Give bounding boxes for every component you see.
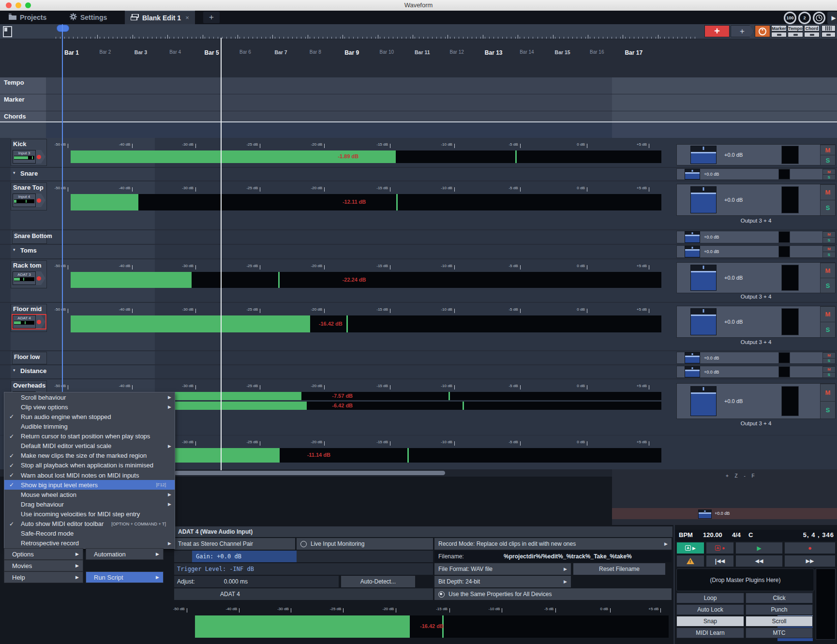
loop-button[interactable]: Loop <box>676 593 744 603</box>
time-signature[interactable]: 4/4 <box>732 531 741 539</box>
zoom-controls[interactable]: + Z - F <box>726 473 757 479</box>
global-track-header-chords[interactable]: Chords <box>0 111 46 122</box>
time-adjust-field[interactable]: Adjust: 0.000 ms <box>174 576 339 587</box>
mute-button[interactable]: M <box>822 352 835 358</box>
solo-button[interactable]: S <box>820 322 835 337</box>
auto-record-button[interactable]: A ● <box>706 542 734 554</box>
close-icon[interactable]: × <box>185 14 189 21</box>
reset-filename-button[interactable]: Reset Filename <box>573 563 665 575</box>
mute-button[interactable]: M <box>820 306 835 322</box>
volume-fader[interactable] <box>685 366 700 377</box>
midi-activity-knob[interactable]: 2 <box>798 12 811 24</box>
meter-bars-icon[interactable] <box>822 25 836 31</box>
solo-button[interactable]: S <box>822 237 835 243</box>
menu-item-audible-trimming[interactable]: Audible trimming <box>4 421 175 431</box>
mute-button[interactable]: M <box>820 145 835 155</box>
menu-item-safe-record-mode[interactable]: Safe-Record mode <box>4 529 175 539</box>
pan-strip[interactable] <box>691 387 716 392</box>
tab-blank-edit-1[interactable]: Blank Edit 1× <box>125 11 195 24</box>
mute-button[interactable]: M <box>820 263 835 278</box>
mute-button[interactable]: M <box>822 231 835 237</box>
menu-item-default-midi-editor-vertical-scale[interactable]: Default MIDI editor vertical scale▶ <box>4 441 175 451</box>
pan-strip[interactable] <box>691 187 716 193</box>
menu-item-clip-view-options[interactable]: Clip view options▶ <box>4 402 175 412</box>
track-header[interactable]: KickInput 3 <box>11 139 47 166</box>
menu-item-scroll-behaviour[interactable]: Scroll behaviour▶ <box>4 392 175 402</box>
bpm-value[interactable]: 120.00 <box>703 531 722 539</box>
menu-item-run-audio-engine-when-stopped[interactable]: ✓Run audio engine when stopped <box>4 412 175 421</box>
track-header[interactable]: Floor midADAT 4 <box>11 304 47 332</box>
menu-item-stop-all-playback-when-application-is-minimised[interactable]: ✓Stop all playback when application is m… <box>4 461 175 470</box>
gain-field[interactable]: Gain: +0.0 dB <box>192 551 297 562</box>
filename-field[interactable]: Filename: %projectdir%/%edit%_%track%_Ta… <box>434 551 672 562</box>
mixer-icons[interactable] <box>822 25 836 37</box>
snap-button[interactable]: Snap <box>676 616 744 627</box>
volume-fader[interactable] <box>690 386 717 417</box>
record-arm-arrow[interactable] <box>36 271 45 285</box>
chord-chip-button[interactable]: Chord <box>804 25 820 37</box>
click-button[interactable]: Click <box>746 593 813 603</box>
mini-play-icon[interactable]: ▶ <box>827 12 837 24</box>
track-control-panel[interactable]: +0.0 dBMS <box>676 383 836 419</box>
volume-fader[interactable] <box>690 186 717 213</box>
track-control-panel[interactable]: +0.0 dBMS <box>676 352 836 364</box>
play-button[interactable]: ▶ <box>735 542 783 554</box>
scroll-button[interactable]: Scroll <box>746 616 813 627</box>
volume-fader[interactable] <box>690 146 717 164</box>
key-signature[interactable]: C <box>748 531 753 539</box>
root-menu-options[interactable]: Options▶ <box>4 548 83 560</box>
root-menu-run-script[interactable]: Run Script▶ <box>86 571 164 583</box>
root-menu-help[interactable]: Help▶ <box>4 571 83 583</box>
track-control-panel[interactable]: +0.0 dBMS <box>676 184 836 216</box>
file-format-dropdown[interactable]: File Format: WAV file▶ <box>434 563 571 575</box>
track-control-panel[interactable]: +0.0 dBMS <box>676 366 836 378</box>
menu-item-retrospective-record[interactable]: Retrospective record▶ <box>4 539 175 548</box>
pan-strip[interactable] <box>685 232 700 235</box>
auto-lock-button[interactable]: Auto Lock <box>676 604 744 615</box>
track-control-panel[interactable]: +0.0 dBMS <box>676 262 836 293</box>
solo-button[interactable]: S <box>822 174 835 180</box>
master-knob-icon[interactable] <box>755 25 770 37</box>
master-plugins-drop-area[interactable]: (Drop Master Plugins Here) <box>676 569 814 591</box>
mute-button[interactable]: M <box>820 184 835 200</box>
playhead-marker-handle[interactable] <box>57 25 69 32</box>
pan-strip[interactable] <box>685 367 700 370</box>
solo-button[interactable]: S <box>822 372 835 378</box>
solo-button[interactable]: S <box>820 200 835 215</box>
trigger-level-field[interactable]: Trigger Level: -INF dB <box>174 563 433 575</box>
pan-strip[interactable] <box>685 353 700 356</box>
tempo-chip-icon[interactable] <box>788 32 803 37</box>
collapse-triangle-icon[interactable]: ▾ <box>13 170 15 175</box>
bit-depth-dropdown[interactable]: Bit Depth: 24-bit▶ <box>434 576 571 587</box>
tab-settings[interactable]: Settings <box>64 11 113 24</box>
track-header[interactable]: Snare TopInput 4 <box>11 182 47 210</box>
menu-item-warn-about-lost-midi-notes-on-midi-inputs[interactable]: ✓Warn about lost MIDI notes on MIDI inpu… <box>4 470 175 480</box>
track-header[interactable]: Floor low <box>12 352 47 364</box>
pan-strip[interactable] <box>691 265 716 271</box>
record-arm-arrow[interactable] <box>36 194 45 207</box>
fast-forward-button[interactable]: ▶▶ <box>784 555 836 567</box>
track-control-panel[interactable]: +0.0 dBMS <box>676 306 836 338</box>
marker-chip-button[interactable]: Marker <box>771 25 787 37</box>
input-device-badge[interactable]: Input 4 <box>13 194 45 207</box>
tempo-display-row[interactable]: BPM 120.00 4/4 C 5, 4 , 346 <box>675 530 837 541</box>
menu-item-show-big-input-level-meters[interactable]: ✓Show big input level meters[F12] <box>4 480 175 490</box>
collapse-triangle-icon[interactable]: ▾ <box>13 247 15 252</box>
new-tab-button[interactable]: + <box>203 12 220 23</box>
live-input-monitoring-toggle[interactable]: Live Input Monitoring <box>297 538 433 550</box>
record-arm-arrow[interactable] <box>36 315 45 329</box>
midi-learn-button[interactable]: MIDI Learn <box>676 628 744 638</box>
sliders-icon[interactable] <box>822 32 836 37</box>
add-track-button[interactable]: + <box>704 25 730 37</box>
menu-item-drag-behaviour[interactable]: Drag behaviour▶ <box>4 499 175 509</box>
input-device-badge[interactable]: Input 3 <box>13 150 45 164</box>
global-track-header-tempo[interactable]: Tempo <box>0 77 46 94</box>
warning-button[interactable] <box>676 555 704 567</box>
auto-play-button[interactable]: A ▶ <box>676 542 704 554</box>
input-device-badge[interactable]: ADAT 3 <box>13 271 45 285</box>
horizontal-scrollbar-thumb[interactable] <box>174 471 445 475</box>
marker-chip-icon[interactable] <box>771 32 787 37</box>
master-mini-fader[interactable] <box>698 509 712 519</box>
menu-item-make-new-clips-the-size-of-the-marked-region[interactable]: ✓Make new clips the size of the marked r… <box>4 451 175 461</box>
volume-fader[interactable] <box>685 231 700 242</box>
